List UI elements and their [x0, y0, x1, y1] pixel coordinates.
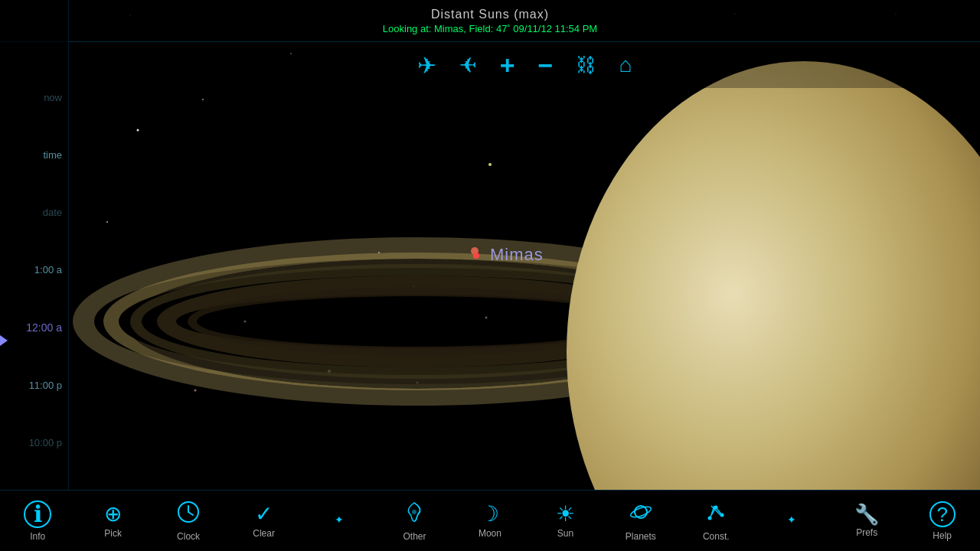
extra-small-icon: ✦ [335, 514, 344, 525]
clear-label: Clear [253, 528, 275, 539]
svg-point-2 [488, 163, 492, 166]
home-button[interactable]: ⌂ [619, 53, 632, 77]
prefs-button[interactable]: 🔧 Prefs [832, 504, 901, 538]
extra-icon: ✦ [787, 514, 796, 525]
clear-icon: ✓ [255, 504, 273, 525]
extra-button[interactable]: ✦ [757, 514, 826, 528]
svg-point-21 [412, 510, 416, 514]
help-icon: ? [929, 501, 956, 527]
planets-label: Planets [626, 531, 656, 542]
sun-label: Sun [557, 528, 573, 539]
moon-label: Moon [479, 528, 501, 539]
svg-point-0 [137, 129, 139, 132]
moon-button[interactable]: ☽ Moon [456, 504, 524, 539]
timeline-label-11pm: 11:00 p [29, 380, 62, 391]
clock-button[interactable]: Clock [154, 500, 223, 542]
svg-point-23 [629, 505, 652, 520]
sun-button[interactable]: ☀ Sun [531, 504, 599, 539]
timeline-label-date: date [43, 207, 62, 218]
link-button[interactable]: ⛓ [576, 54, 596, 77]
bottom-bar: ℹ Info ⊕ Pick Clock ✓ Clear ✦ [0, 490, 980, 551]
other-label: Other [403, 531, 426, 542]
zoom-in-button[interactable]: + [500, 51, 515, 80]
rewind-button[interactable]: ✈ [417, 52, 436, 79]
constellations-button[interactable]: Const. [681, 500, 750, 542]
mimas-dot [473, 253, 479, 259]
toolbar: ✈ ✈ + − ⛓ ⌂ [69, 42, 980, 88]
timeline-label-1am: 1:00 a [34, 264, 62, 276]
pick-icon: ⊕ [104, 504, 122, 525]
sun-icon: ☀ [556, 504, 575, 525]
planets-button[interactable]: Planets [606, 500, 675, 542]
current-time-indicator [0, 335, 8, 346]
timeline-label-12am: 12:00 a [26, 321, 62, 334]
app-title: Distant Suns (max) [431, 8, 549, 21]
saturn-body [567, 61, 980, 490]
svg-line-20 [188, 512, 193, 515]
constellations-icon [704, 500, 728, 528]
clear-button[interactable]: ✓ Clear [230, 504, 299, 539]
header: Distant Suns (max) Looking at: Mimas, Fi… [0, 0, 980, 42]
constellations-label: Const. [703, 531, 730, 542]
moon-icon: ☽ [480, 504, 499, 525]
prefs-icon: 🔧 [854, 504, 879, 524]
looking-at-info: Looking at: Mimas, Field: 47˚ 09/11/12 1… [383, 23, 597, 34]
help-button[interactable]: ? Help [908, 501, 977, 541]
svg-point-1 [106, 221, 108, 223]
pick-label: Pick [104, 528, 122, 539]
zoom-out-button[interactable]: − [538, 51, 554, 80]
timeline-label-now: now [44, 92, 62, 103]
other-icon [402, 500, 426, 528]
help-label: Help [933, 530, 952, 541]
svg-point-4 [202, 99, 204, 100]
extra-small-button[interactable]: ✦ [305, 514, 374, 528]
info-icon: ℹ [24, 500, 51, 528]
timeline-label-10pm: 10:00 p [29, 437, 62, 448]
planets-icon [629, 500, 653, 528]
clock-icon [176, 500, 201, 528]
sidebar-timeline: now time date 1:00 a 12:00 a 11:00 p 10:… [0, 0, 69, 490]
prefs-label: Prefs [856, 527, 877, 538]
timeline-label-time: time [43, 149, 62, 161]
pick-button[interactable]: ⊕ Pick [79, 504, 148, 539]
info-label: Info [30, 531, 45, 542]
info-button[interactable]: ℹ Info [3, 500, 72, 542]
mimas-label[interactable]: Mimas [490, 245, 544, 265]
other-button[interactable]: Other [380, 500, 449, 542]
fastforward-button[interactable]: ✈ [459, 53, 477, 78]
clock-label: Clock [177, 531, 200, 542]
